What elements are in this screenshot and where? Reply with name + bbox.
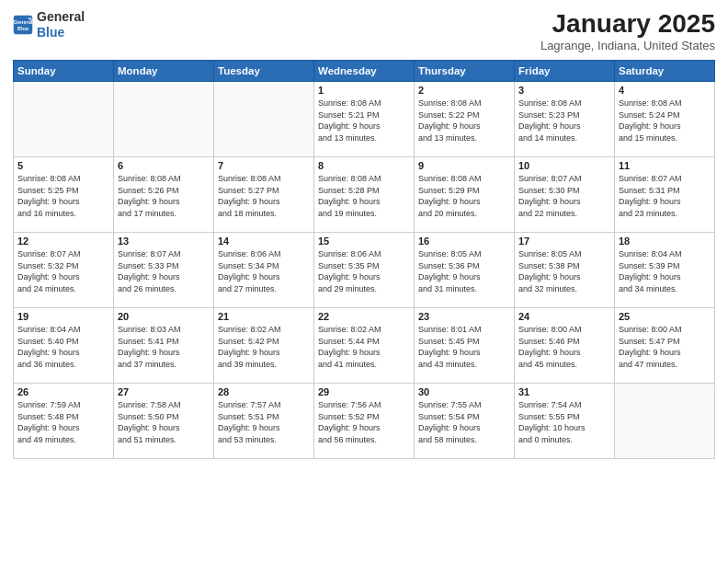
day-info: Sunrise: 8:00 AM Sunset: 5:46 PM Dayligh… (518, 324, 610, 370)
day-info: Sunrise: 7:55 AM Sunset: 5:54 PM Dayligh… (418, 399, 510, 445)
calendar-table: SundayMondayTuesdayWednesdayThursdayFrid… (13, 60, 715, 459)
day-number: 20 (118, 311, 210, 322)
day-info: Sunrise: 7:58 AM Sunset: 5:50 PM Dayligh… (118, 399, 210, 445)
logo-general: General (37, 9, 85, 24)
logo-blue: Blue (37, 25, 64, 40)
calendar-cell: 2Sunrise: 8:08 AM Sunset: 5:22 PM Daylig… (415, 82, 515, 157)
day-info: Sunrise: 8:00 AM Sunset: 5:47 PM Dayligh… (619, 324, 711, 370)
day-number: 30 (418, 386, 510, 397)
day-info: Sunrise: 7:54 AM Sunset: 5:55 PM Dayligh… (518, 399, 610, 445)
calendar-cell: 22Sunrise: 8:02 AM Sunset: 5:44 PM Dayli… (314, 308, 415, 384)
calendar-weekday-monday: Monday (114, 61, 214, 82)
day-info: Sunrise: 8:06 AM Sunset: 5:35 PM Dayligh… (318, 248, 410, 294)
day-number: 21 (218, 311, 310, 322)
day-info: Sunrise: 8:08 AM Sunset: 5:27 PM Dayligh… (218, 173, 310, 219)
calendar-weekday-thursday: Thursday (415, 61, 515, 82)
day-number: 18 (619, 236, 711, 247)
day-info: Sunrise: 7:57 AM Sunset: 5:51 PM Dayligh… (218, 399, 310, 445)
calendar-cell: 31Sunrise: 7:54 AM Sunset: 5:55 PM Dayli… (515, 384, 615, 459)
calendar-week-row: 12Sunrise: 8:07 AM Sunset: 5:32 PM Dayli… (14, 233, 715, 308)
day-number: 29 (318, 386, 410, 397)
header: General Blue General Blue January 2025 L… (13, 9, 715, 52)
title-block: January 2025 Lagrange, Indiana, United S… (540, 9, 715, 52)
calendar-cell (114, 82, 214, 157)
calendar-cell: 6Sunrise: 8:08 AM Sunset: 5:26 PM Daylig… (114, 157, 214, 233)
calendar-page: General Blue General Blue January 2025 L… (0, 0, 728, 563)
day-number: 27 (118, 386, 210, 397)
calendar-cell: 26Sunrise: 7:59 AM Sunset: 5:48 PM Dayli… (14, 384, 114, 459)
calendar-cell: 24Sunrise: 8:00 AM Sunset: 5:46 PM Dayli… (515, 308, 615, 384)
day-number: 1 (318, 85, 410, 96)
day-info: Sunrise: 8:02 AM Sunset: 5:42 PM Dayligh… (218, 324, 310, 370)
day-number: 22 (318, 311, 410, 322)
calendar-cell: 17Sunrise: 8:05 AM Sunset: 5:38 PM Dayli… (515, 233, 615, 308)
calendar-cell: 28Sunrise: 7:57 AM Sunset: 5:51 PM Dayli… (214, 384, 314, 459)
calendar-cell: 20Sunrise: 8:03 AM Sunset: 5:41 PM Dayli… (114, 308, 214, 384)
day-info: Sunrise: 8:03 AM Sunset: 5:41 PM Dayligh… (118, 324, 210, 370)
day-info: Sunrise: 8:08 AM Sunset: 5:26 PM Dayligh… (118, 173, 210, 219)
day-info: Sunrise: 8:08 AM Sunset: 5:23 PM Dayligh… (518, 98, 610, 144)
calendar-header-row: SundayMondayTuesdayWednesdayThursdayFrid… (14, 61, 715, 82)
day-info: Sunrise: 8:08 AM Sunset: 5:22 PM Dayligh… (418, 98, 510, 144)
calendar-cell: 3Sunrise: 8:08 AM Sunset: 5:23 PM Daylig… (515, 82, 615, 157)
calendar-weekday-tuesday: Tuesday (214, 61, 314, 82)
calendar-cell: 25Sunrise: 8:00 AM Sunset: 5:47 PM Dayli… (615, 308, 715, 384)
calendar-cell: 8Sunrise: 8:08 AM Sunset: 5:28 PM Daylig… (314, 157, 415, 233)
day-info: Sunrise: 8:08 AM Sunset: 5:24 PM Dayligh… (619, 98, 711, 144)
calendar-cell: 9Sunrise: 8:08 AM Sunset: 5:29 PM Daylig… (415, 157, 515, 233)
calendar-cell: 19Sunrise: 8:04 AM Sunset: 5:40 PM Dayli… (14, 308, 114, 384)
day-number: 17 (518, 236, 610, 247)
calendar-cell: 23Sunrise: 8:01 AM Sunset: 5:45 PM Dayli… (415, 308, 515, 384)
day-info: Sunrise: 8:04 AM Sunset: 5:39 PM Dayligh… (619, 248, 711, 294)
day-info: Sunrise: 8:02 AM Sunset: 5:44 PM Dayligh… (318, 324, 410, 370)
calendar-cell: 7Sunrise: 8:08 AM Sunset: 5:27 PM Daylig… (214, 157, 314, 233)
day-info: Sunrise: 8:01 AM Sunset: 5:45 PM Dayligh… (418, 324, 510, 370)
location: Lagrange, Indiana, United States (540, 39, 715, 52)
day-info: Sunrise: 8:07 AM Sunset: 5:33 PM Dayligh… (118, 248, 210, 294)
day-number: 6 (118, 160, 210, 171)
month-title: January 2025 (540, 9, 715, 39)
day-number: 31 (518, 386, 610, 397)
day-number: 12 (17, 236, 109, 247)
day-number: 19 (17, 311, 109, 322)
calendar-cell: 29Sunrise: 7:56 AM Sunset: 5:52 PM Dayli… (314, 384, 415, 459)
day-number: 2 (418, 85, 510, 96)
day-number: 26 (17, 386, 109, 397)
day-number: 7 (218, 160, 310, 171)
calendar-cell: 11Sunrise: 8:07 AM Sunset: 5:31 PM Dayli… (615, 157, 715, 233)
day-info: Sunrise: 8:08 AM Sunset: 5:29 PM Dayligh… (418, 173, 510, 219)
day-number: 24 (518, 311, 610, 322)
calendar-weekday-sunday: Sunday (14, 61, 114, 82)
day-number: 5 (17, 160, 109, 171)
day-number: 10 (518, 160, 610, 171)
day-info: Sunrise: 8:06 AM Sunset: 5:34 PM Dayligh… (218, 248, 310, 294)
day-info: Sunrise: 7:59 AM Sunset: 5:48 PM Dayligh… (17, 399, 109, 445)
day-info: Sunrise: 8:07 AM Sunset: 5:30 PM Dayligh… (518, 173, 610, 219)
calendar-cell (214, 82, 314, 157)
calendar-cell (14, 82, 114, 157)
svg-text:General: General (14, 19, 33, 25)
calendar-week-row: 19Sunrise: 8:04 AM Sunset: 5:40 PM Dayli… (14, 308, 715, 384)
calendar-cell: 10Sunrise: 8:07 AM Sunset: 5:30 PM Dayli… (515, 157, 615, 233)
logo-icon: General Blue (13, 15, 33, 35)
day-number: 28 (218, 386, 310, 397)
calendar-cell (615, 384, 715, 459)
day-info: Sunrise: 8:04 AM Sunset: 5:40 PM Dayligh… (17, 324, 109, 370)
calendar-week-row: 26Sunrise: 7:59 AM Sunset: 5:48 PM Dayli… (14, 384, 715, 459)
calendar-cell: 13Sunrise: 8:07 AM Sunset: 5:33 PM Dayli… (114, 233, 214, 308)
day-number: 15 (318, 236, 410, 247)
day-info: Sunrise: 7:56 AM Sunset: 5:52 PM Dayligh… (318, 399, 410, 445)
day-number: 9 (418, 160, 510, 171)
day-number: 23 (418, 311, 510, 322)
calendar-cell: 16Sunrise: 8:05 AM Sunset: 5:36 PM Dayli… (415, 233, 515, 308)
calendar-weekday-friday: Friday (515, 61, 615, 82)
day-info: Sunrise: 8:08 AM Sunset: 5:25 PM Dayligh… (17, 173, 109, 219)
calendar-cell: 30Sunrise: 7:55 AM Sunset: 5:54 PM Dayli… (415, 384, 515, 459)
day-number: 8 (318, 160, 410, 171)
day-info: Sunrise: 8:07 AM Sunset: 5:32 PM Dayligh… (17, 248, 109, 294)
calendar-weekday-saturday: Saturday (615, 61, 715, 82)
day-info: Sunrise: 8:08 AM Sunset: 5:28 PM Dayligh… (318, 173, 410, 219)
day-number: 13 (118, 236, 210, 247)
calendar-cell: 14Sunrise: 8:06 AM Sunset: 5:34 PM Dayli… (214, 233, 314, 308)
calendar-week-row: 1Sunrise: 8:08 AM Sunset: 5:21 PM Daylig… (14, 82, 715, 157)
